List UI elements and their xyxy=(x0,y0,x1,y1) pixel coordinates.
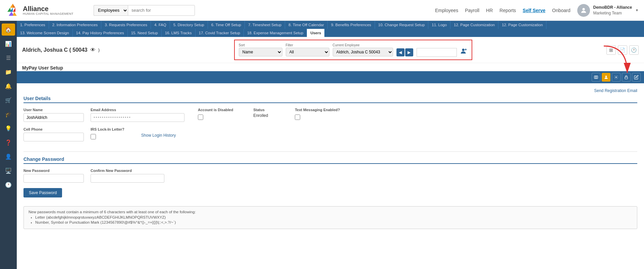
current-employee-select[interactable]: Aldrich, Joshua C 50043 xyxy=(333,48,393,56)
tab-5-directory[interactable]: 5. Directory Setup xyxy=(170,21,208,29)
chevron-down-icon: ▼ xyxy=(635,8,639,12)
nav-self-serve[interactable]: Self Serve xyxy=(523,8,545,13)
tab-14-pay[interactable]: 14. Pay History Preferences xyxy=(73,29,128,37)
add-user-button[interactable] xyxy=(460,48,468,57)
tab-6-timeoff[interactable]: 6. Time Off Setup xyxy=(208,21,245,29)
person-toolbar-button[interactable] xyxy=(602,73,610,82)
nav-onboard[interactable]: Onboard xyxy=(552,8,570,13)
content-area: Aldrich, Joshua C ( 50043 👁 ) Sort Name … xyxy=(17,37,644,269)
filter-select[interactable]: All Active Inactive xyxy=(286,48,329,56)
tab-17-covid[interactable]: 17. Covid Tracker Setup xyxy=(196,29,244,37)
tab-11-logo[interactable]: 11. Logo xyxy=(428,21,450,29)
photo-toolbar-button[interactable] xyxy=(592,73,600,82)
document-button[interactable]: 📄 xyxy=(618,45,627,55)
top-right-icons: ⊞ 📄 🕐 xyxy=(606,45,639,55)
tab-10-change[interactable]: 10. Change Request Setup xyxy=(375,21,429,29)
user-info[interactable]: DemoBDR - Alliance Marketing Team ▼ xyxy=(577,4,639,17)
tab-2-info-prefs[interactable]: 2. Information Preferences xyxy=(49,21,102,29)
lock-toolbar-button[interactable] xyxy=(622,73,631,82)
user-details-header: User Details xyxy=(23,96,637,103)
toolbar-container xyxy=(17,71,644,83)
sort-select[interactable]: Name ID Department xyxy=(239,48,282,56)
username-label: User Name xyxy=(23,108,84,112)
change-password-section: Change Password New Password Confirm New… xyxy=(17,152,644,206)
user-details: DemoBDR - Alliance Marketing Team xyxy=(593,5,632,16)
top-nav: Employees Payroll HR Reports Self Serve … xyxy=(435,8,571,13)
tab-18-expense[interactable]: 18. Expense Management Setup xyxy=(244,29,307,37)
edit-toolbar-button[interactable] xyxy=(632,73,641,82)
sidebar-item-help[interactable]: ❓ xyxy=(2,136,15,148)
username-input[interactable] xyxy=(23,113,84,122)
tab-9-benefits[interactable]: 9. Benefits Preferences xyxy=(328,21,375,29)
tab-row-1: 1. Preferences 2. Information Preference… xyxy=(17,21,644,29)
sidebar-item-training[interactable]: 🎓 xyxy=(2,108,15,120)
sidebar-item-profile[interactable]: 👤 xyxy=(2,150,15,163)
sidebar-item-reports[interactable]: 📊 xyxy=(2,38,15,50)
tab-8-calendar[interactable]: 8. Time Off Calendar xyxy=(285,21,328,29)
password-rule-letter: Letter (abcdefghijklmnopqrstuvwxyzABCDEF… xyxy=(35,215,632,219)
irs-lock-field: IRS Lock-In Letter? xyxy=(91,127,124,139)
sidebar-item-notifications[interactable]: 🔔 xyxy=(2,80,15,92)
tab-12b-page[interactable]: 12. Page Customization xyxy=(498,21,546,29)
email-input[interactable] xyxy=(91,113,184,122)
text-messaging-label: Text Messaging Enabled? xyxy=(295,108,340,112)
send-registration-email-link[interactable]: Send Registration Email xyxy=(594,88,637,93)
grid-view-button[interactable]: ⊞ xyxy=(606,45,616,55)
top-header: Alliance HUMAN CAPITAL MANAGEMENT Employ… xyxy=(0,0,644,21)
nav-reports[interactable]: Reports xyxy=(499,8,516,13)
irs-lock-checkbox[interactable] xyxy=(91,134,96,139)
svg-point-7 xyxy=(582,8,585,10)
nav-hr[interactable]: HR xyxy=(486,8,493,13)
sidebar-item-lists[interactable]: ☰ xyxy=(2,52,15,64)
employee-search-input[interactable] xyxy=(417,48,457,57)
text-messaging-checkbox[interactable] xyxy=(295,115,300,120)
save-password-button[interactable]: Save Password xyxy=(23,188,62,197)
tab-4-faq[interactable]: 4. FAQ xyxy=(151,21,170,29)
sidebar-item-files[interactable]: 📁 xyxy=(2,66,15,78)
password-row: New Password Confirm New Password xyxy=(23,169,637,183)
history-button[interactable]: 🕐 xyxy=(629,45,639,55)
tab-3-requests[interactable]: 3. Requests Preferences xyxy=(101,21,151,29)
show-login-area: Show Login History xyxy=(131,127,176,138)
prev-button[interactable]: ◀ xyxy=(396,48,405,56)
tab-13-welcome[interactable]: 13. Welcome Screen Design xyxy=(17,29,73,37)
sort-control: Sort Name ID Department xyxy=(239,43,282,56)
tab-7-timesheet[interactable]: 7. Timesheet Setup xyxy=(245,21,285,29)
password-rules-list: Letter (abcdefghijklmnopqrstuvwxyzABCDEF… xyxy=(35,215,632,224)
svg-rect-15 xyxy=(625,77,628,79)
show-login-history-link[interactable]: Show Login History xyxy=(141,133,176,138)
section-title: MyPay User Setup xyxy=(17,63,644,71)
confirm-password-input[interactable] xyxy=(91,174,164,183)
account-disabled-checkbox[interactable] xyxy=(198,115,203,120)
employee-bar: Aldrich, Joshua C ( 50043 👁 ) Sort Name … xyxy=(17,37,644,63)
sidebar-item-home[interactable]: 🏠 xyxy=(2,24,15,36)
tab-16-lms[interactable]: 16. LMS Tracks xyxy=(162,29,196,37)
tab-15-need[interactable]: 15. Need Setup xyxy=(128,29,162,37)
cell-phone-field: Cell Phone xyxy=(23,127,84,141)
sidebar-item-cart[interactable]: 🛒 xyxy=(2,94,15,106)
tab-users[interactable]: Users xyxy=(307,29,325,37)
account-disabled-field: Account is Disabled xyxy=(191,108,233,120)
sidebar-item-desktop[interactable]: 🖥️ xyxy=(2,165,15,177)
irs-lock-label: IRS Lock-In Letter? xyxy=(91,127,124,131)
svg-point-8 xyxy=(462,49,464,51)
tab-1-preferences[interactable]: 1. Preferences xyxy=(17,21,49,29)
sidebar: 🏠 📊 ☰ 📁 🔔 🛒 🎓 💡 ❓ 👤 🖥️ 🕐 xyxy=(0,21,17,269)
search-input[interactable] xyxy=(128,5,195,16)
sidebar-item-time[interactable]: 🕐 xyxy=(2,179,15,191)
cell-phone-input[interactable] xyxy=(23,133,84,141)
tab-row-2: 13. Welcome Screen Design 14. Pay Histor… xyxy=(17,29,644,37)
new-password-label: New Password xyxy=(23,169,84,173)
nav-employees[interactable]: Employees xyxy=(435,8,458,13)
nav-payroll[interactable]: Payroll xyxy=(465,8,479,13)
confirm-password-label: Confirm New Password xyxy=(91,169,164,173)
eye-icon[interactable]: 👁 xyxy=(90,47,96,53)
search-category-select[interactable]: Employees Payroll HR xyxy=(94,5,128,16)
sidebar-item-ideas[interactable]: 💡 xyxy=(2,122,15,134)
next-button[interactable]: ▶ xyxy=(405,48,413,56)
new-password-input[interactable] xyxy=(23,174,84,183)
settings-toolbar-button[interactable] xyxy=(612,73,621,82)
tab-12a-page[interactable]: 12. Page Customization xyxy=(450,21,498,29)
svg-point-13 xyxy=(605,76,607,77)
svg-marker-0 xyxy=(13,4,15,8)
